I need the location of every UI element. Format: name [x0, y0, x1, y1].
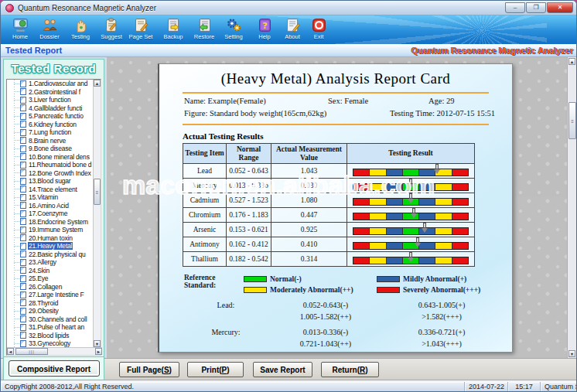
record-list-item[interactable]: 4.Gallbladder functi — [7, 104, 94, 113]
record-list-item[interactable]: 17.Coenzyme — [7, 210, 94, 218]
document-icon — [20, 88, 26, 95]
legend-color-swatch — [244, 287, 267, 293]
record-list-item[interactable]: 1.Cardiovascular and — [7, 80, 94, 88]
legend-entry-label: Moderately Abnormal(++) — [270, 286, 353, 294]
toolbar-home-button[interactable]: Home — [5, 17, 35, 43]
tree-connector — [14, 286, 19, 287]
record-list-item[interactable]: 2.Gastrointestinal f — [7, 88, 94, 97]
record-list-item[interactable]: 33.Gynecology — [7, 339, 94, 347]
minimize-button[interactable]: ‒ — [505, 2, 525, 13]
document-icon — [20, 145, 26, 152]
sidebar-horizontal-scrollbar[interactable]: ◄ ||| ► — [7, 347, 102, 355]
record-list-item[interactable]: 25.Eye — [7, 274, 94, 283]
column-header: Normal Range — [227, 144, 271, 163]
scroll-down-icon[interactable]: ▼ — [94, 340, 101, 347]
testing-result-cell — [347, 179, 474, 193]
record-list-item[interactable]: 21.Heavy Metal — [7, 242, 94, 251]
record-list-item[interactable]: 26.Collagen — [7, 283, 94, 291]
maximize-button[interactable]: ❐ — [526, 2, 546, 13]
scrollbar-thumb[interactable]: ≡ — [94, 179, 101, 205]
record-list-item[interactable]: 3.Liver function — [7, 96, 94, 104]
compositive-report-button[interactable]: Compositive Report — [9, 360, 100, 377]
toolbar-dossier-button[interactable]: Dossier — [35, 17, 64, 43]
exit-icon — [311, 17, 327, 33]
record-list-item[interactable]: 19.Immune System — [7, 226, 94, 234]
toolbar-page-set-button[interactable]: Page Set — [126, 17, 155, 43]
report-vertical-scrollbar[interactable]: ▲ ≡ ▼ — [567, 57, 577, 358]
print-button[interactable]: Print(P) — [187, 362, 244, 377]
record-list-item[interactable]: 20.Human toxin — [7, 234, 94, 243]
record-list-item[interactable]: 14.Trace element — [7, 186, 94, 194]
toolbar-backup-button[interactable]: Backup — [159, 17, 188, 43]
record-list-item[interactable]: 24.Skin — [7, 267, 94, 275]
record-list-item[interactable]: 27.Large Intestine F — [7, 291, 94, 299]
testing-item-cell: Thallium — [183, 252, 227, 266]
report-title: (Heavy Metal) Analysis Report Card — [159, 70, 512, 87]
result-arrow-icon — [434, 164, 440, 175]
record-list-item[interactable]: 10.Bone mineral dens — [7, 153, 94, 162]
scroll-up-icon[interactable]: ▲ — [568, 58, 575, 65]
record-list-item[interactable]: 13.Blood sugar — [7, 177, 94, 186]
element-label: Lead: — [184, 301, 268, 309]
record-list-item[interactable]: 31.Pulse of heart an — [7, 323, 94, 332]
sidebar-vertical-scrollbar[interactable]: ▲ ≡ ▼ — [93, 80, 101, 347]
legend-entry: Severely Abnormal(+++) — [377, 285, 512, 295]
record-list-item[interactable]: 30.Channels and coll — [7, 315, 94, 324]
record-list-item[interactable]: 23.Allergy — [7, 258, 94, 267]
testing-item-cell: Antimony — [183, 237, 227, 251]
record-list-item[interactable]: 22.Basic physical qu — [7, 251, 94, 259]
backup-icon — [166, 17, 182, 33]
record-list-item[interactable]: 7.Lung function — [7, 128, 94, 137]
document-icon — [20, 153, 26, 160]
scroll-down-icon[interactable]: ▼ — [568, 350, 575, 357]
scrollbar-thumb[interactable]: ≡ — [568, 102, 576, 139]
toolbar-suggest-button[interactable]: Suggest — [97, 17, 126, 43]
record-list-item[interactable]: 8.Brain nerve — [7, 137, 94, 145]
record-list-item[interactable]: 29.Obesity — [7, 307, 94, 315]
record-list-item[interactable]: 32.Blood lipids — [7, 332, 94, 340]
record-list-item[interactable]: 11.Rheumatoid bone d — [7, 161, 94, 169]
close-button[interactable]: ✕ — [547, 2, 573, 13]
range-value: >1.582(+++) — [384, 312, 500, 321]
tree-connector — [14, 254, 19, 254]
record-list-item[interactable]: 15.Vitamin — [7, 193, 94, 202]
full-page-button[interactable]: Full Page(S) — [119, 362, 179, 377]
title-bar: Quantum Resonance Magnetic Analyzer ‒ ❐ … — [1, 1, 577, 15]
results-table: Testing Item Normal Range Actual Measure… — [183, 143, 475, 267]
patient-figure: Figure: Standard body weight(165cm,62kg) — [184, 109, 326, 118]
reference-standard-label: Reference Standard: — [184, 274, 244, 295]
toolbar-testing-button[interactable]: Testing — [66, 17, 95, 43]
scroll-left-icon[interactable]: ◄ — [7, 348, 14, 355]
toolbar-restore-button[interactable]: Restore — [189, 17, 219, 43]
record-list-item[interactable]: 16.Amino Acid — [7, 202, 94, 210]
record-list-item[interactable]: 18.Endocrine System — [7, 218, 94, 227]
toolbar-about-button[interactable]: About — [278, 17, 307, 43]
record-list-item[interactable]: 28.Thyroid — [7, 299, 94, 308]
record-list-item[interactable]: 5.Pancreatic functio — [7, 112, 94, 121]
return-button[interactable]: Return(R) — [321, 362, 379, 377]
save-report-button[interactable]: Save Report — [253, 362, 312, 377]
table-row: Arsenic 0.153 - 0.621 0.925 — [183, 223, 474, 237]
element-label: Mercury: — [184, 328, 268, 336]
scroll-up-icon[interactable]: ▲ — [94, 80, 101, 87]
record-list-item[interactable]: 6.Kidney function — [7, 121, 94, 129]
document-icon — [20, 251, 26, 257]
record-list-item[interactable]: 9.Bone disease — [7, 145, 94, 153]
testing-item-cell: Arsenic — [183, 223, 227, 237]
document-icon — [20, 308, 26, 315]
patient-name: Name: Example(Female) — [184, 97, 266, 105]
scrollbar-thumb[interactable]: ||| — [15, 348, 48, 355]
toolbar-help-button[interactable]: ? Help — [250, 17, 279, 43]
scroll-right-icon[interactable]: ► — [95, 348, 102, 355]
document-icon — [20, 186, 26, 193]
tree-connector — [14, 246, 19, 247]
bottom-button-bar: Compositive Report Full Page(S) Print(P)… — [1, 358, 577, 380]
record-list-item[interactable]: 12.Bone Growth Index — [7, 169, 94, 178]
result-bar — [353, 227, 469, 235]
toolbar-exit-button[interactable]: Exit — [304, 17, 333, 43]
document-icon — [20, 129, 26, 136]
tree-connector — [14, 221, 19, 222]
document-icon — [20, 234, 26, 241]
table-header-row: Testing Item Normal Range Actual Measure… — [183, 144, 474, 164]
toolbar-setting-button[interactable]: Setting — [219, 17, 248, 43]
